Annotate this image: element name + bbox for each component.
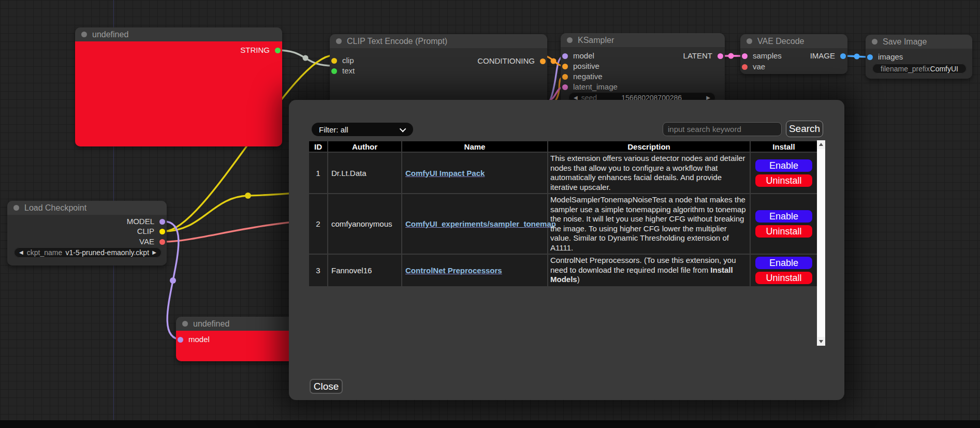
pin-model-input[interactable] — [178, 337, 183, 343]
slot-label-model: model — [188, 335, 210, 344]
pin-clip-output[interactable] — [159, 229, 165, 234]
pin-latent-output[interactable] — [718, 53, 723, 59]
cell-description: This extension offers various detector n… — [548, 152, 750, 194]
slot-label-model: model — [573, 51, 594, 60]
collapse-dot-icon[interactable] — [81, 32, 87, 37]
chevron-down-icon — [400, 125, 406, 132]
pin-vae-output[interactable] — [159, 239, 165, 245]
header-id: ID — [309, 141, 328, 152]
header-author: Author — [328, 141, 402, 152]
extension-link[interactable]: ControlNet Preprocessors — [405, 266, 502, 275]
node-title: Save Image — [883, 37, 927, 47]
arrow-left-icon[interactable]: ◀ — [19, 250, 23, 255]
cell-author: comfyanonymous — [328, 194, 402, 254]
filter-select[interactable]: Filter: all — [312, 123, 413, 136]
collapse-dot-icon[interactable] — [13, 205, 19, 211]
wire-dot — [303, 55, 309, 61]
search-button[interactable]: Search — [786, 121, 823, 137]
node-vae-decode[interactable]: VAE Decode samples IMAGE vae — [740, 34, 847, 74]
header-description: Description — [548, 141, 750, 152]
slot-label-latent-image: latent_image — [573, 82, 618, 91]
pin-negative-input[interactable] — [562, 74, 568, 80]
uninstall-button[interactable]: Uninstall — [755, 271, 813, 285]
wire-dot — [170, 277, 176, 284]
wire-dot — [854, 54, 860, 60]
cell-id: 2 — [309, 194, 328, 254]
window-bottom-edge — [0, 420, 980, 428]
close-button[interactable]: Close — [310, 379, 343, 394]
extension-link[interactable]: ComfyUI Impact Pack — [405, 169, 485, 178]
scroll-up-icon[interactable] — [817, 140, 825, 149]
cell-author: Fannovel16 — [328, 254, 402, 287]
pin-model-output[interactable] — [159, 219, 165, 225]
header-name: Name — [402, 141, 548, 152]
slot-label-samples: samples — [753, 51, 782, 60]
node-title: CLIP Text Encode (Prompt) — [347, 37, 447, 46]
slot-label-negative: negative — [573, 72, 603, 81]
cell-install: Enable Uninstall — [750, 194, 817, 254]
cell-id: 3 — [309, 254, 328, 287]
slot-label-positive: positive — [573, 62, 599, 70]
slot-label-model-out: MODEL — [127, 216, 154, 227]
pin-samples-input[interactable] — [742, 53, 748, 59]
node-undefined-1[interactable]: undefined STRING — [75, 27, 282, 146]
collapse-dot-icon[interactable] — [747, 38, 752, 44]
filename-prefix-value: ComfyUI — [930, 65, 958, 73]
ckpt-name-value: v1-5-pruned-emaonly.ckpt — [65, 248, 149, 257]
slot-label-images: images — [878, 52, 903, 61]
node-load-checkpoint[interactable]: Load Checkpoint MODEL CLIP VAE ◀ ckpt_na… — [7, 201, 167, 265]
node-title: undefined — [92, 30, 128, 39]
pin-conditioning-output[interactable] — [540, 58, 546, 64]
table-scrollbar[interactable] — [817, 140, 825, 346]
ckpt-name-label: ckpt_name — [27, 248, 62, 257]
node-title: Load Checkpoint — [24, 203, 86, 213]
enable-button[interactable]: Enable — [755, 256, 813, 270]
node-save-image[interactable]: Save Image images filename_prefix ComfyU… — [866, 35, 972, 79]
pin-image-output[interactable] — [840, 53, 846, 59]
pin-model-input[interactable] — [562, 53, 568, 59]
search-input[interactable] — [663, 122, 782, 136]
collapse-dot-icon[interactable] — [182, 321, 188, 327]
extensions-table-container: ID Author Name Description Install 1 Dr.… — [308, 140, 825, 346]
slot-label-clip-out: CLIP — [137, 226, 154, 237]
node-title: undefined — [193, 319, 229, 329]
collapse-dot-icon[interactable] — [872, 39, 877, 45]
pin-string-output[interactable] — [275, 48, 281, 53]
enable-button[interactable]: Enable — [755, 210, 813, 223]
slot-label-text: text — [342, 66, 355, 75]
pin-text-input[interactable] — [331, 68, 337, 74]
extension-link[interactable]: ComfyUI_experiments/sampler_tonemap — [405, 219, 556, 228]
slot-label-latent: LATENT — [683, 51, 712, 61]
slot-label-conditioning: CONDITIONING — [477, 56, 535, 66]
cell-install: Enable Uninstall — [750, 152, 817, 194]
node-title: VAE Decode — [757, 37, 804, 46]
ckpt-name-widget[interactable]: ◀ ckpt_name v1-5-pruned-emaonly.ckpt ▶ — [14, 247, 162, 258]
filter-select-value: Filter: all — [319, 125, 348, 134]
cell-description: ControlNet Preprocessors. (To use this e… — [548, 254, 750, 287]
arrow-right-icon[interactable]: ▶ — [152, 250, 156, 255]
pin-latent-image-input[interactable] — [562, 84, 568, 90]
collapse-dot-icon[interactable] — [567, 37, 573, 43]
wire-dot — [551, 58, 557, 64]
uninstall-button[interactable]: Uninstall — [755, 174, 813, 187]
slot-label-vae: vae — [753, 62, 765, 71]
pin-images-input[interactable] — [867, 54, 873, 60]
node-title: KSampler — [578, 36, 614, 45]
table-row: 2 comfyanonymous ComfyUI_experiments/sam… — [309, 194, 817, 254]
scroll-down-icon[interactable] — [817, 337, 825, 346]
filename-prefix-widget[interactable]: filename_prefix ComfyUI — [872, 64, 967, 73]
table-row: 1 Dr.Lt.Data ComfyUI Impact Pack This ex… — [309, 152, 817, 194]
scrollbar-thumb[interactable] — [817, 149, 825, 337]
collapse-dot-icon[interactable] — [336, 38, 342, 44]
slot-label-image: IMAGE — [810, 51, 835, 61]
extensions-table: ID Author Name Description Install 1 Dr.… — [308, 140, 818, 287]
slot-label-string: STRING — [240, 45, 270, 55]
wire-dot — [245, 193, 251, 199]
enable-button[interactable]: Enable — [755, 159, 813, 172]
pin-positive-input[interactable] — [562, 64, 568, 69]
table-row: 3 Fannovel16 ControlNet Preprocessors Co… — [309, 254, 817, 287]
slot-label-vae-out: VAE — [139, 237, 154, 247]
uninstall-button[interactable]: Uninstall — [755, 225, 813, 238]
header-install: Install — [750, 141, 817, 152]
pin-vae-input[interactable] — [742, 64, 748, 70]
